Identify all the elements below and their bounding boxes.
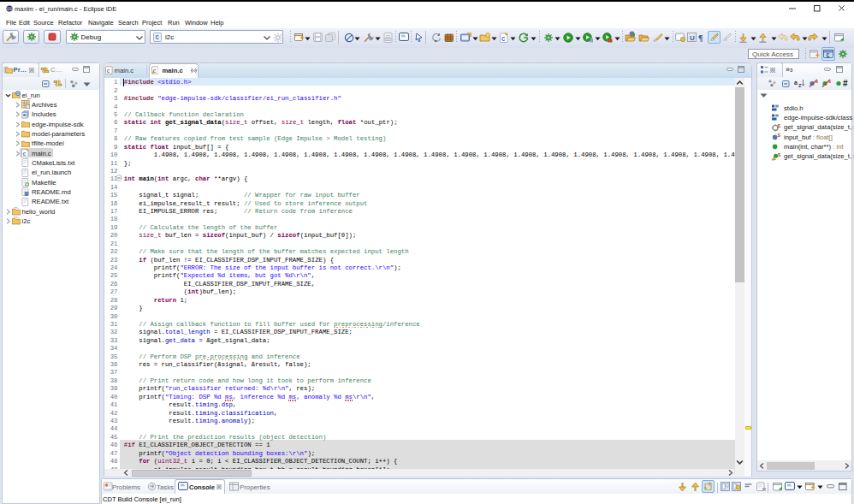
svg-text:C: C [826,53,829,59]
svg-text:S: S [778,152,781,157]
svg-text:a: a [794,80,798,86]
svg-text:S: S [778,133,781,138]
svg-text:z: z [798,82,802,88]
svg-text:C: C [152,68,156,74]
svg-text:C: C [156,34,159,41]
svg-text:C: C [107,68,110,74]
svg-text:¶: ¶ [698,33,703,43]
svg-text:010: 010 [384,38,391,42]
svg-text:s: s [828,79,831,84]
svg-text:#: # [843,79,848,88]
svg-text:U: U [690,34,695,42]
svg-text:s: s [815,79,818,84]
svg-text:S: S [778,123,781,128]
svg-text:C: C [501,36,505,43]
svg-text:C: C [22,151,26,157]
